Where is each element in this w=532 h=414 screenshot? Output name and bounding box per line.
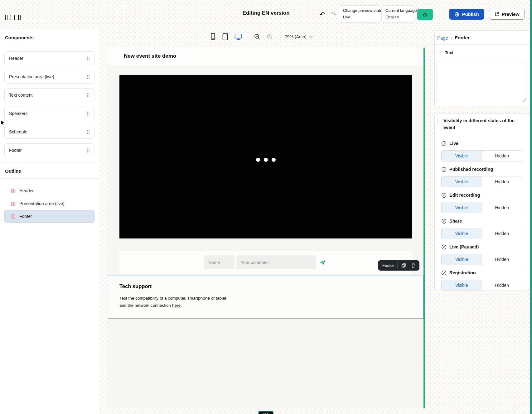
undo-icon[interactable]: ↶ xyxy=(318,10,327,19)
window-right-edge-bar xyxy=(530,0,532,414)
visibility-option-hidden[interactable]: Hidden xyxy=(482,228,522,239)
component-card[interactable]: Footer xyxy=(4,143,94,157)
visibility-option-hidden[interactable]: Hidden xyxy=(482,280,522,291)
visibility-option-hidden[interactable]: Hidden xyxy=(482,202,522,213)
components-list: Header Presentation area (live) Text con… xyxy=(0,45,99,157)
visibility-state-list: Live VisibleHidden Published recording V… xyxy=(435,135,529,291)
language-label: Current language xyxy=(385,8,410,13)
external-link-icon xyxy=(495,12,499,17)
visibility-state-group: Live (Paused) VisibleHidden xyxy=(441,244,522,265)
visibility-state-group: Live VisibleHidden xyxy=(441,140,522,161)
presentation-video-area[interactable] xyxy=(119,75,412,238)
outline-item-label: Header xyxy=(19,188,34,193)
outline-list: Header Presentation area (live) Footer xyxy=(0,179,99,223)
drag-handle-icon[interactable] xyxy=(87,75,90,79)
editor-window: Editing EN version ↶ ↷ Change preview st… xyxy=(0,0,532,414)
state-name: Edit recording xyxy=(449,193,480,198)
publish-button-label: Publish xyxy=(462,12,479,17)
visibility-option-visible[interactable]: Visible xyxy=(442,202,482,213)
component-card[interactable]: Text content xyxy=(4,88,94,102)
text-field-label: Text xyxy=(445,50,453,55)
footer-component-selected[interactable]: Tech support Test the compatibility of a… xyxy=(108,276,423,319)
breadcrumb-current: Footer xyxy=(455,35,470,41)
component-card-label: Footer xyxy=(9,148,22,153)
breadcrumb-page-link[interactable]: Page xyxy=(437,35,448,41)
publish-button[interactable]: Publish xyxy=(449,9,484,20)
component-card[interactable]: Speakers xyxy=(4,107,94,120)
preview-state-dropdown[interactable]: Change preview state Live xyxy=(339,5,380,23)
comment-text-input[interactable] xyxy=(236,255,316,269)
bottom-collapsed-toolbar[interactable] xyxy=(258,411,273,414)
visibility-option-visible[interactable]: Visible xyxy=(442,254,482,265)
gear-icon: ⚙ xyxy=(422,11,428,18)
trash-icon xyxy=(411,263,416,268)
language-dropdown[interactable]: Current language English xyxy=(381,5,414,23)
zoom-level-dropdown[interactable]: 79% (Auto) xyxy=(285,34,313,39)
drag-handle-icon[interactable] xyxy=(87,130,90,134)
comment-name-input[interactable] xyxy=(204,255,235,269)
outline-item[interactable]: Footer xyxy=(4,210,94,223)
copy-icon xyxy=(401,263,406,268)
desktop-preview-icon[interactable] xyxy=(234,33,242,41)
state-label-row: Registration xyxy=(441,270,522,276)
visibility-option-visible[interactable]: Visible xyxy=(442,280,482,291)
state-label-row: Share xyxy=(441,218,522,224)
inspector-text-card: Page › Footer T Text xyxy=(434,30,529,106)
send-comment-button[interactable] xyxy=(318,259,328,266)
inspector-visibility-card: Visibility in different states of the ev… xyxy=(434,113,529,290)
delete-component-button[interactable] xyxy=(410,262,416,269)
drag-handle-icon[interactable] xyxy=(87,111,90,116)
site-title: New event site demo xyxy=(124,53,176,59)
drag-handle-icon[interactable] xyxy=(87,148,90,152)
visibility-option-hidden[interactable]: Hidden xyxy=(482,254,522,265)
outline-item[interactable]: Header xyxy=(4,185,94,197)
visibility-state-group: Published recording VisibleHidden xyxy=(441,166,522,187)
visibility-state-group: Registration VisibleHidden xyxy=(441,270,522,291)
visibility-option-visible[interactable]: Visible xyxy=(442,228,482,239)
drag-handle-icon[interactable] xyxy=(437,118,438,123)
visibility-option-hidden[interactable]: Hidden xyxy=(482,151,522,161)
zoom-in-icon[interactable] xyxy=(266,33,273,40)
phone-preview-icon[interactable] xyxy=(210,33,216,41)
chevron-right-icon: › xyxy=(451,35,452,41)
footer-text-input[interactable] xyxy=(437,62,526,102)
component-card[interactable]: Header xyxy=(4,51,94,65)
preview-button[interactable]: Preview xyxy=(489,9,525,20)
tech-support-link[interactable]: here xyxy=(172,303,181,308)
grid-2x2-icon xyxy=(11,214,16,219)
visibility-state-group: Edit recording VisibleHidden xyxy=(441,192,522,213)
redo-icon[interactable]: ↷ xyxy=(329,10,338,19)
component-card[interactable]: Presentation area (live) xyxy=(4,70,94,84)
outline-item[interactable]: Presentation area (live) xyxy=(4,197,94,210)
footer-body-text: Test the compatibility of a computer, sm… xyxy=(119,295,226,309)
state-name: Live (Paused) xyxy=(449,244,479,249)
visibility-option-hidden[interactable]: Hidden xyxy=(482,176,522,187)
canvas-toolbar: 79% (Auto) xyxy=(99,30,423,44)
check-circle-icon xyxy=(441,244,447,250)
state-label-row: Edit recording xyxy=(441,192,522,198)
grid-2x2-icon xyxy=(11,201,16,206)
component-card-label: Schedule xyxy=(9,129,27,134)
drag-handle-icon[interactable] xyxy=(87,56,90,60)
check-circle-icon xyxy=(441,167,447,172)
state-label-row: Live (Paused) xyxy=(441,244,522,250)
component-card[interactable]: Schedule xyxy=(4,125,94,139)
check-circle-icon xyxy=(441,193,447,198)
selected-component-tag: Footer xyxy=(378,260,419,271)
settings-button[interactable]: ⚙ xyxy=(417,9,433,20)
outline-item-label: Presentation area (live) xyxy=(19,201,65,206)
divider xyxy=(248,33,248,41)
text-field-row: T Text xyxy=(435,45,529,59)
component-card-label: Presentation area (live) xyxy=(9,74,54,79)
site-preview: New event site demo Footer xyxy=(108,48,424,408)
zoom-out-icon[interactable] xyxy=(254,33,261,40)
preview-button-label: Preview xyxy=(502,12,520,17)
site-header-component[interactable]: New event site demo xyxy=(108,48,424,65)
visibility-option-visible[interactable]: Visible xyxy=(442,176,482,187)
visibility-toggle: VisibleHidden xyxy=(441,150,522,161)
drag-handle-icon[interactable] xyxy=(87,93,90,97)
outline-item-label: Footer xyxy=(19,214,32,219)
visibility-option-visible[interactable]: Visible xyxy=(442,151,482,161)
tablet-preview-icon[interactable] xyxy=(222,33,229,41)
duplicate-component-button[interactable] xyxy=(400,262,407,269)
